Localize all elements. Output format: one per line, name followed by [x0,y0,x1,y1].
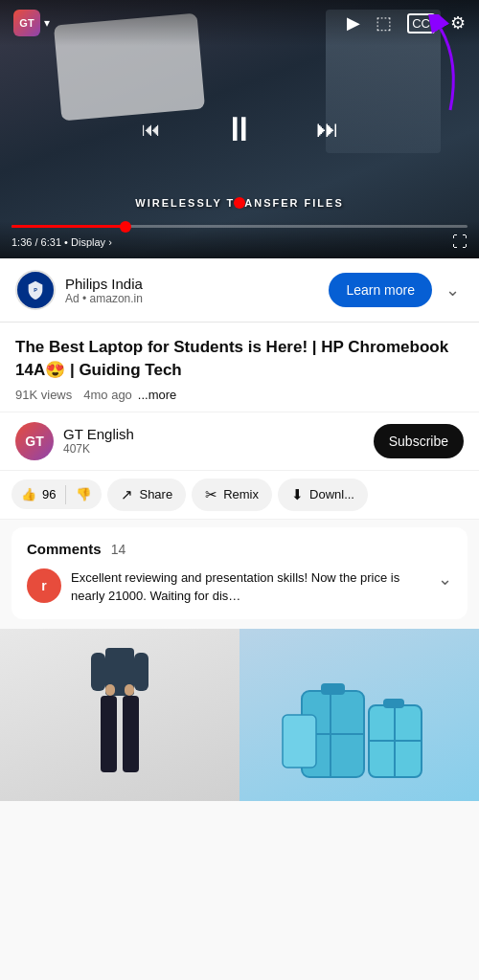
svg-rect-7 [105,684,115,696]
advertiser-info: Philips India Ad • amazon.in [65,276,329,305]
svg-rect-6 [123,696,139,772]
svg-rect-3 [91,653,105,691]
red-dot-indicator [234,197,245,209]
comments-header: Comments 14 [27,541,452,557]
commenter-avatar: r [27,568,61,603]
svg-rect-10 [321,683,345,695]
more-button[interactable]: ...more [138,388,176,402]
thumbs-down-icon: 👎 [76,487,92,501]
like-dislike-section[interactable]: 👍 96 👎 [11,479,102,509]
next-icon: ⏭ [316,116,339,143]
ad-section: P Philips India Ad • amazon.in Learn mor… [0,258,479,323]
like-button[interactable]: 👍 96 [11,479,65,509]
channel-name[interactable]: GT English [63,426,374,442]
pause-button[interactable]: ⏸ [215,104,264,154]
remix-button[interactable]: ✂ Remix [192,479,272,511]
comments-count: 14 [111,542,126,557]
channel-info: GT English 407K [63,426,374,456]
progress-bar-fill [11,225,125,228]
learn-more-button[interactable]: Learn more [329,273,432,307]
ad-label: Ad • amazon.in [65,292,329,305]
download-button[interactable]: ⬇ Downl... [278,479,368,511]
download-icon: ⬇ [291,486,304,503]
video-center-controls[interactable]: ⏮ ⏸ ⏭ [126,104,353,154]
dislike-button[interactable]: 👎 [66,479,102,509]
svg-rect-8 [125,684,134,696]
play-icon[interactable]: ▶ [347,12,360,33]
rewind-icon: ⏮ [142,119,161,141]
recommendation-luggage[interactable] [240,629,479,801]
cast-icon[interactable]: ⬚ [376,12,392,33]
video-player[interactable]: GT ▾ ▶ ⬚ CC ⚙ ⏮ ⏸ ⏭ WIRELESSLY TRANSFER … [0,0,479,258]
comment-item: r Excellent reviewing and presentation s… [27,568,452,606]
video-time: 1:36 / 6:31 • Display › [11,236,112,248]
channel-section: GT GT English 407K Subscribe [0,412,479,471]
svg-rect-4 [134,653,148,691]
rewind-button[interactable]: ⏮ [126,104,176,154]
comments-section: Comments 14 r Excellent reviewing and pr… [11,527,468,619]
thumbs-up-icon: 👍 [21,487,36,501]
settings-icon[interactable]: ⚙ [450,12,466,33]
video-bottom-bar: 1:36 / 6:31 • Display › ⛶ [0,221,479,258]
video-meta-bar: 1:36 / 6:31 • Display › ⛶ [11,234,468,251]
next-button[interactable]: ⏭ [303,104,353,154]
share-icon: ↗ [121,486,133,503]
comment-expand-icon[interactable]: ⌄ [438,568,452,590]
comment-text: Excellent reviewing and presentation ski… [71,568,428,606]
progress-bar-container[interactable] [11,225,468,228]
channel-logo-area[interactable]: GT ▾ [13,10,50,36]
svg-rect-17 [283,715,316,768]
actions-section: 👍 96 👎 ↗ Share ✂ Remix ⬇ Downl... [0,471,479,520]
video-top-controls: GT ▾ ▶ ⬚ CC ⚙ [0,0,479,46]
company-name: Philips India [65,276,329,292]
video-stats: 91K views 4mo ago ...more [15,388,464,402]
subscribe-button[interactable]: Subscribe [374,424,464,458]
pause-icon: ⏸ [222,112,257,146]
share-button[interactable]: ↗ Share [107,479,186,511]
video-title: The Best Laptop for Students is Here! | … [15,336,464,382]
ad-expand-chevron-icon[interactable]: ⌄ [442,276,464,304]
recommendations-section [0,629,479,801]
progress-dot [120,221,131,233]
channel-avatar: GT [15,422,54,460]
fullscreen-icon[interactable]: ⛶ [452,234,468,251]
svg-rect-5 [101,696,117,772]
svg-text:P: P [34,287,37,293]
video-info-section: The Best Laptop for Students is Here! | … [0,323,479,412]
remix-icon: ✂ [205,486,217,503]
advertiser-logo: P [15,270,56,310]
channel-subscribers: 407K [63,442,374,456]
like-count: 96 [42,487,56,501]
recommendation-fashion[interactable] [0,629,240,801]
video-right-controls: ▶ ⬚ CC ⚙ [347,12,466,33]
channel-chevron-icon: ▾ [44,16,50,30]
gt-logo: GT [13,10,40,36]
cc-icon[interactable]: CC [407,13,435,33]
